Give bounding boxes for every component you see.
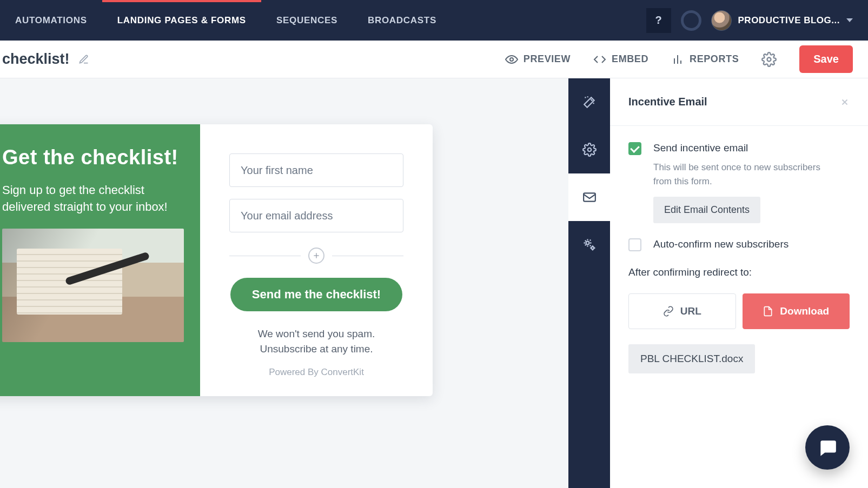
add-field-button[interactable] bbox=[308, 248, 324, 264]
settings-rail bbox=[568, 78, 610, 488]
add-field-row bbox=[229, 248, 403, 264]
top-nav-left: AUTOMATIONS LANDING PAGES & FORMS SEQUEN… bbox=[0, 0, 452, 41]
action-bar: checklist! PREVIEW EMBED REPORTS Save bbox=[0, 41, 868, 78]
redirect-segmented: URL Download bbox=[628, 293, 850, 329]
nav-broadcasts[interactable]: BROADCASTS bbox=[353, 0, 452, 41]
disclaimer-line2: Unsubscribe at any time. bbox=[229, 342, 403, 357]
send-incentive-label: Send incentive email bbox=[653, 142, 837, 154]
email-field[interactable]: Your email address bbox=[229, 199, 403, 232]
nav-landing-pages-forms[interactable]: LANDING PAGES & FORMS bbox=[102, 0, 261, 41]
form-headline[interactable]: Get the checklist! bbox=[2, 146, 184, 169]
form-subhead[interactable]: Sign up to get the checklist delivered s… bbox=[2, 182, 184, 216]
nav-sequences[interactable]: SEQUENCES bbox=[261, 0, 353, 41]
svg-point-0 bbox=[510, 58, 513, 61]
first-name-field[interactable]: Your first name bbox=[229, 153, 403, 187]
link-icon bbox=[663, 306, 674, 317]
account-menu[interactable]: PRODUCTIVE BLOG... bbox=[711, 10, 853, 31]
help-label: ? bbox=[655, 14, 661, 26]
nav-label: AUTOMATIONS bbox=[15, 15, 87, 26]
redirect-download-option[interactable]: Download bbox=[743, 293, 850, 329]
save-label: Save bbox=[813, 53, 839, 65]
reports-button[interactable]: REPORTS bbox=[671, 53, 739, 66]
close-icon bbox=[840, 97, 850, 107]
disclaimer-line1: We won't send you spam. bbox=[229, 326, 403, 342]
top-nav: AUTOMATIONS LANDING PAGES & FORMS SEQUEN… bbox=[0, 0, 868, 41]
gear-icon bbox=[761, 52, 777, 67]
rail-tab-advanced[interactable] bbox=[568, 221, 610, 269]
svg-point-9 bbox=[586, 242, 589, 245]
autoconfirm-row: Auto-confirm new subscribers bbox=[628, 238, 850, 251]
nav-label: BROADCASTS bbox=[368, 15, 436, 26]
preview-button[interactable]: PREVIEW bbox=[505, 53, 571, 66]
file-icon bbox=[763, 306, 773, 317]
help-button[interactable]: ? bbox=[646, 8, 671, 33]
gear-icon bbox=[582, 143, 597, 157]
page-title: checklist! bbox=[2, 51, 70, 68]
account-name: PRODUCTIVE BLOG... bbox=[738, 15, 840, 26]
chevron-down-icon bbox=[846, 18, 853, 22]
nav-label: LANDING PAGES & FORMS bbox=[117, 15, 246, 26]
save-button[interactable]: Save bbox=[799, 45, 853, 73]
pencil-icon bbox=[78, 54, 89, 65]
send-incentive-hint: This will be sent once to new subscriber… bbox=[653, 161, 837, 188]
svg-point-4 bbox=[767, 57, 771, 61]
intercom-launcher[interactable] bbox=[805, 425, 850, 470]
cta-label: Send me the checklist! bbox=[252, 288, 381, 301]
svg-point-10 bbox=[591, 247, 594, 250]
embed-button[interactable]: EMBED bbox=[593, 53, 648, 66]
redirect-label: After confirming redirect to: bbox=[628, 266, 850, 278]
avatar bbox=[711, 10, 732, 31]
action-bar-right: PREVIEW EMBED REPORTS Save bbox=[505, 45, 853, 73]
form-fields: Your first name Your email address Send … bbox=[200, 124, 433, 396]
reports-label: REPORTS bbox=[690, 54, 739, 65]
preview-label: PREVIEW bbox=[524, 54, 571, 65]
panel-close-button[interactable] bbox=[840, 97, 850, 107]
autoconfirm-checkbox[interactable] bbox=[628, 238, 641, 251]
magic-wand-icon bbox=[582, 95, 597, 109]
send-incentive-checkbox[interactable] bbox=[628, 142, 641, 155]
file-name: PBL CHECKLIST.docx bbox=[640, 353, 743, 364]
form-disclaimer[interactable]: We won't send you spam. Unsubscribe at a… bbox=[229, 326, 403, 356]
autoconfirm-label: Auto-confirm new subscribers bbox=[653, 238, 789, 250]
envelope-icon bbox=[582, 190, 597, 204]
edit-title-button[interactable] bbox=[78, 54, 89, 65]
download-file-chip[interactable]: PBL CHECKLIST.docx bbox=[628, 344, 755, 373]
first-name-placeholder: Your first name bbox=[241, 164, 313, 177]
edit-email-contents-button[interactable]: Edit Email Contents bbox=[653, 197, 760, 223]
chat-icon bbox=[817, 437, 838, 458]
embed-label: EMBED bbox=[612, 54, 648, 65]
edit-email-label: Edit Email Contents bbox=[664, 204, 750, 215]
redirect-download-label: Download bbox=[780, 305, 829, 317]
rail-tab-design[interactable] bbox=[568, 78, 610, 126]
panel-title: Incentive Email bbox=[628, 96, 707, 108]
rail-tab-settings[interactable] bbox=[568, 126, 610, 173]
send-incentive-row: Send incentive email This will be sent o… bbox=[628, 142, 850, 223]
status-ring-icon bbox=[681, 10, 701, 31]
top-nav-right: ? PRODUCTIVE BLOG... bbox=[646, 0, 853, 41]
page-title-wrap: checklist! bbox=[0, 51, 89, 68]
svg-point-7 bbox=[587, 148, 591, 152]
panel-header: Incentive Email bbox=[610, 78, 868, 126]
main-area: Get the checklist! Sign up to get the ch… bbox=[0, 78, 868, 488]
gears-icon bbox=[582, 237, 597, 252]
form-preview-card: Get the checklist! Sign up to get the ch… bbox=[0, 124, 433, 396]
redirect-url-label: URL bbox=[680, 305, 701, 317]
settings-button[interactable] bbox=[761, 52, 777, 67]
plus-icon bbox=[312, 251, 321, 260]
redirect-url-option[interactable]: URL bbox=[628, 293, 736, 329]
bar-chart-icon bbox=[671, 53, 684, 66]
svg-rect-8 bbox=[584, 193, 595, 201]
form-submit-button[interactable]: Send me the checklist! bbox=[230, 278, 402, 311]
panel-body: Send incentive email This will be sent o… bbox=[610, 126, 868, 390]
form-hero-image[interactable] bbox=[2, 229, 184, 342]
powered-by: Powered By ConvertKit bbox=[229, 367, 403, 378]
eye-icon bbox=[505, 53, 518, 66]
nav-automations[interactable]: AUTOMATIONS bbox=[0, 0, 102, 41]
email-placeholder: Your email address bbox=[241, 210, 333, 222]
nav-label: SEQUENCES bbox=[276, 15, 337, 26]
rail-tab-incentive-email[interactable] bbox=[568, 173, 610, 221]
code-icon bbox=[593, 53, 606, 66]
form-hero: Get the checklist! Sign up to get the ch… bbox=[0, 124, 200, 396]
